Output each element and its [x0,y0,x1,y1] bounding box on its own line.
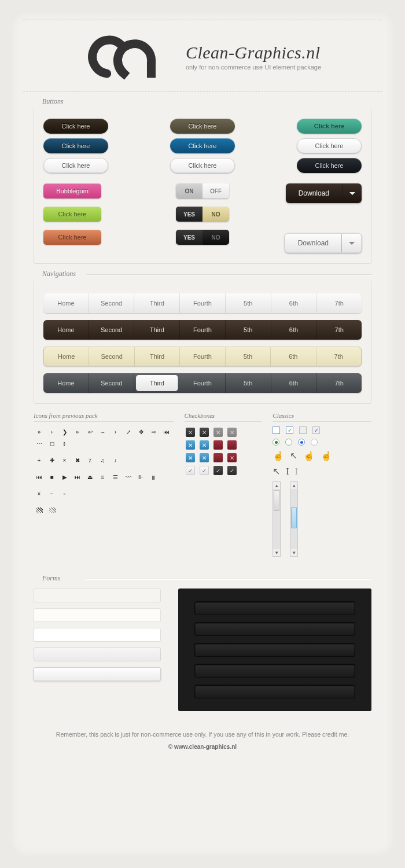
nav-item[interactable]: 6th [271,373,317,393]
input-dark[interactable] [194,622,355,636]
classic-checkbox[interactable] [273,426,280,434]
button-white-1[interactable]: Click here [297,138,362,153]
button-white-3[interactable]: Click here [170,158,235,173]
toggle-no[interactable]: NO [203,207,229,222]
scrollbar-blue[interactable]: ▲ ▼ [290,481,298,557]
button-bubblegum[interactable]: Bubblegum [43,183,101,198]
nav-item[interactable]: 6th [271,320,317,340]
nav-item[interactable]: 5th [226,293,271,313]
nav-item[interactable]: 7th [316,373,362,393]
checkbox-blue[interactable]: ✕ [186,440,195,450]
classic-checkbox-checked[interactable]: ✓ [286,426,293,434]
input-light-1[interactable] [34,589,161,602]
scrollbar-thumb[interactable] [291,507,297,528]
nav-item[interactable]: Second [89,293,135,313]
scrollbar-gray[interactable]: ▲ ▼ [273,481,281,557]
checkbox-blue[interactable]: ✕ [186,453,195,462]
nav-item[interactable]: Fourth [180,373,226,393]
button-dark-blue[interactable]: Click here [43,138,108,153]
checkbox-red[interactable]: ✕ [227,453,237,462]
text-cursor-icon: I [286,466,289,477]
nav-item[interactable]: Third [135,347,180,366]
checkbox-black[interactable]: ✕ [186,428,195,437]
checkbox-red[interactable] [227,440,237,450]
toggle-yes-no-dark[interactable]: YES NO [176,230,229,245]
toggle-off[interactable]: OFF [203,183,229,198]
classic-checkbox-gray-checked[interactable]: ✓ [312,426,320,434]
download-button-dark[interactable]: Download [286,183,362,203]
classic-radio[interactable] [285,439,292,446]
input-dark[interactable] [194,685,355,698]
nav-item[interactable]: Third [134,320,180,340]
section-heading-forms: Forms [10,568,395,585]
nav-item[interactable]: 5th [226,373,271,393]
forms-dark [178,589,371,711]
nav-item[interactable]: 7th [316,320,362,340]
checkbox-white[interactable]: ✓ [200,466,209,475]
toggle-yes[interactable]: YES [176,207,203,222]
button-orange[interactable]: Click here [43,230,101,245]
classic-checkbox-gray[interactable] [299,426,307,434]
button-black[interactable]: Click here [297,158,362,173]
checkbox-red[interactable] [213,440,223,450]
input-dark[interactable] [194,664,355,678]
chevron-right-icon: › [49,429,55,435]
nav-item[interactable]: 6th [271,347,316,366]
nav-item[interactable]: 5th [226,320,271,340]
nav-item[interactable]: Home [43,320,89,340]
scrollbar-thumb[interactable] [274,490,279,511]
button-teal[interactable]: Click here [297,119,362,134]
classic-radio-blue-selected[interactable] [298,439,305,446]
toggle-on[interactable]: ON [176,183,203,198]
nav-item[interactable]: Fourth [180,347,225,366]
button-dark-brown[interactable]: Click here [43,119,108,134]
nav-item[interactable]: 6th [271,293,317,313]
button-olive[interactable]: Click here [170,119,235,134]
nav-item[interactable]: Second [89,347,134,366]
nav-item[interactable]: Second [89,373,135,393]
button-blue[interactable]: Click here [170,138,235,153]
nav-item[interactable]: 7th [316,293,362,313]
nav-item[interactable]: Home [43,373,89,393]
nav-item[interactable]: Second [89,320,135,340]
toggle-on-off[interactable]: ON OFF [176,183,229,198]
input-dark[interactable] [194,601,355,615]
caret-down-icon[interactable] [341,234,361,252]
classic-radio-gray[interactable] [311,439,318,446]
button-green[interactable]: Click here [43,207,101,222]
nav-item[interactable]: Third [134,293,180,313]
hand-cursor-icon: ☝ [303,450,315,461]
nav-item[interactable]: Fourth [180,293,226,313]
nav-item[interactable]: 7th [316,347,361,366]
button-white-2[interactable]: Click here [43,158,108,173]
checkbox-black-faint[interactable]: ✕ [227,428,237,437]
checkbox-black-faint[interactable]: ✕ [213,428,223,437]
music-note-icon: ♫ [100,457,106,464]
checkbox-black-check[interactable]: ✓ [213,466,223,475]
input-light-2[interactable] [34,608,161,622]
checkbox-red[interactable] [213,453,223,462]
nav-item[interactable]: Home [44,347,89,366]
checkbox-blue[interactable]: ✕ [200,453,209,462]
caret-down-icon[interactable] [342,183,362,203]
checkbox-black-check[interactable]: ✓ [227,466,237,475]
checkbox-black[interactable]: ✕ [200,428,209,437]
toggle-yes-no-cream[interactable]: YES NO [176,207,229,222]
toggle-no-dark[interactable]: NO [203,230,229,245]
nav-item-active[interactable]: Third [136,375,178,391]
checkbox-white[interactable]: ✓ [186,466,195,475]
nav-cream: Home Second Third Fourth 5th 6th 7th [43,347,362,366]
toggle-yes-dark[interactable]: YES [176,230,203,245]
nav-item[interactable]: Fourth [180,320,226,340]
input-light-5[interactable] [34,667,161,681]
nav-item[interactable]: Home [43,293,89,313]
input-light-3[interactable] [34,628,161,642]
checkbox-blue[interactable]: ✕ [200,440,209,450]
nav-item[interactable]: 5th [226,347,271,366]
scroll-down-icon: ▼ [273,549,280,556]
classic-radio-selected[interactable] [273,439,279,446]
stop-icon: ■ [49,474,55,480]
input-dark[interactable] [194,643,355,657]
input-light-4[interactable] [34,648,161,661]
download-button-light[interactable]: Download [285,233,362,253]
